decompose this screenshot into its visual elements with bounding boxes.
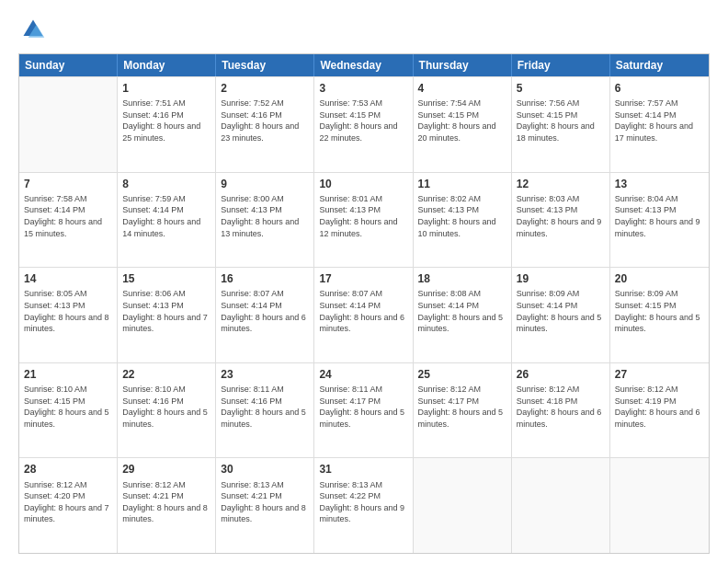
day-cell-11: 11Sunrise: 8:02 AMSunset: 4:13 PMDayligh… <box>414 173 512 268</box>
day-cell-18: 18Sunrise: 8:08 AMSunset: 4:14 PMDayligh… <box>414 268 512 362</box>
header-day-wednesday: Wednesday <box>314 54 413 76</box>
day-cell-31: 31Sunrise: 8:13 AMSunset: 4:22 PMDayligh… <box>314 458 413 553</box>
day-number: 13 <box>615 177 704 191</box>
cell-info: Sunrise: 8:09 AMSunset: 4:14 PMDaylight:… <box>517 288 605 334</box>
calendar-row-1: 1Sunrise: 7:51 AMSunset: 4:16 PMDaylight… <box>19 76 709 172</box>
day-cell-17: 17Sunrise: 8:07 AMSunset: 4:14 PMDayligh… <box>314 268 413 362</box>
empty-cell <box>19 77 118 172</box>
day-number: 25 <box>418 367 506 382</box>
day-number: 5 <box>517 81 605 96</box>
header-day-monday: Monday <box>118 54 216 76</box>
cell-info: Sunrise: 7:56 AMSunset: 4:15 PMDaylight:… <box>517 98 605 144</box>
day-cell-22: 22Sunrise: 8:10 AMSunset: 4:16 PMDayligh… <box>118 363 216 458</box>
cell-info: Sunrise: 7:58 AMSunset: 4:14 PMDaylight:… <box>24 193 112 239</box>
day-cell-27: 27Sunrise: 8:12 AMSunset: 4:19 PMDayligh… <box>610 363 709 458</box>
header-day-tuesday: Tuesday <box>216 54 314 76</box>
header-day-friday: Friday <box>512 54 610 76</box>
cell-info: Sunrise: 8:11 AMSunset: 4:16 PMDaylight:… <box>221 384 309 430</box>
cell-info: Sunrise: 8:12 AMSunset: 4:21 PMDaylight:… <box>122 479 210 525</box>
day-number: 9 <box>221 177 309 191</box>
cell-info: Sunrise: 8:07 AMSunset: 4:14 PMDaylight:… <box>319 288 407 334</box>
header <box>18 17 710 46</box>
day-cell-6: 6Sunrise: 7:57 AMSunset: 4:14 PMDaylight… <box>610 77 709 172</box>
header-day-sunday: Sunday <box>19 54 118 76</box>
logo <box>18 17 50 46</box>
day-number: 11 <box>418 177 506 191</box>
day-cell-29: 29Sunrise: 8:12 AMSunset: 4:21 PMDayligh… <box>118 458 216 553</box>
empty-cell <box>512 458 610 553</box>
day-number: 4 <box>418 81 506 96</box>
day-cell-14: 14Sunrise: 8:05 AMSunset: 4:13 PMDayligh… <box>19 268 118 362</box>
day-number: 24 <box>319 367 407 382</box>
day-number: 20 <box>615 271 704 286</box>
day-cell-5: 5Sunrise: 7:56 AMSunset: 4:15 PMDaylight… <box>512 77 610 172</box>
day-cell-15: 15Sunrise: 8:06 AMSunset: 4:13 PMDayligh… <box>118 268 216 362</box>
day-number: 28 <box>24 462 112 477</box>
day-number: 16 <box>221 271 309 286</box>
cell-info: Sunrise: 8:00 AMSunset: 4:13 PMDaylight:… <box>221 193 309 239</box>
day-cell-12: 12Sunrise: 8:03 AMSunset: 4:13 PMDayligh… <box>512 173 610 268</box>
day-number: 19 <box>517 271 605 286</box>
day-number: 22 <box>122 367 210 382</box>
cell-info: Sunrise: 7:54 AMSunset: 4:15 PMDaylight:… <box>418 98 506 144</box>
cell-info: Sunrise: 8:10 AMSunset: 4:16 PMDaylight:… <box>122 384 210 430</box>
cell-info: Sunrise: 8:05 AMSunset: 4:13 PMDaylight:… <box>24 288 112 334</box>
day-cell-16: 16Sunrise: 8:07 AMSunset: 4:14 PMDayligh… <box>216 268 314 362</box>
day-number: 17 <box>319 271 407 286</box>
day-cell-21: 21Sunrise: 8:10 AMSunset: 4:15 PMDayligh… <box>19 363 118 458</box>
day-number: 3 <box>319 81 407 96</box>
day-number: 30 <box>221 462 309 477</box>
cell-info: Sunrise: 8:04 AMSunset: 4:13 PMDaylight:… <box>615 193 704 239</box>
cell-info: Sunrise: 8:06 AMSunset: 4:13 PMDaylight:… <box>122 288 210 334</box>
day-cell-10: 10Sunrise: 8:01 AMSunset: 4:13 PMDayligh… <box>314 173 413 268</box>
calendar-header: SundayMondayTuesdayWednesdayThursdayFrid… <box>19 54 709 76</box>
cell-info: Sunrise: 7:59 AMSunset: 4:14 PMDaylight:… <box>122 193 210 239</box>
day-number: 29 <box>122 462 210 477</box>
day-cell-8: 8Sunrise: 7:59 AMSunset: 4:14 PMDaylight… <box>118 173 216 268</box>
header-day-saturday: Saturday <box>610 54 709 76</box>
day-cell-30: 30Sunrise: 8:13 AMSunset: 4:21 PMDayligh… <box>216 458 314 553</box>
cell-info: Sunrise: 8:03 AMSunset: 4:13 PMDaylight:… <box>517 193 605 239</box>
day-number: 2 <box>221 81 309 96</box>
cell-info: Sunrise: 8:02 AMSunset: 4:13 PMDaylight:… <box>418 193 506 239</box>
cell-info: Sunrise: 8:12 AMSunset: 4:20 PMDaylight:… <box>24 479 112 525</box>
day-number: 21 <box>24 367 112 382</box>
day-number: 6 <box>615 81 704 96</box>
day-cell-28: 28Sunrise: 8:12 AMSunset: 4:20 PMDayligh… <box>19 458 118 553</box>
day-cell-3: 3Sunrise: 7:53 AMSunset: 4:15 PMDaylight… <box>314 77 413 172</box>
empty-cell <box>610 458 709 553</box>
day-cell-4: 4Sunrise: 7:54 AMSunset: 4:15 PMDaylight… <box>414 77 512 172</box>
cell-info: Sunrise: 8:07 AMSunset: 4:14 PMDaylight:… <box>221 288 309 334</box>
day-number: 14 <box>24 271 112 286</box>
day-number: 26 <box>517 367 605 382</box>
cell-info: Sunrise: 8:12 AMSunset: 4:18 PMDaylight:… <box>517 384 605 430</box>
cell-info: Sunrise: 8:13 AMSunset: 4:22 PMDaylight:… <box>319 479 407 525</box>
day-cell-13: 13Sunrise: 8:04 AMSunset: 4:13 PMDayligh… <box>610 173 709 268</box>
header-day-thursday: Thursday <box>414 54 512 76</box>
cell-info: Sunrise: 8:11 AMSunset: 4:17 PMDaylight:… <box>319 384 407 430</box>
day-number: 27 <box>615 367 704 382</box>
cell-info: Sunrise: 8:13 AMSunset: 4:21 PMDaylight:… <box>221 479 309 525</box>
cell-info: Sunrise: 7:57 AMSunset: 4:14 PMDaylight:… <box>615 98 704 144</box>
day-cell-9: 9Sunrise: 8:00 AMSunset: 4:13 PMDaylight… <box>216 173 314 268</box>
day-cell-19: 19Sunrise: 8:09 AMSunset: 4:14 PMDayligh… <box>512 268 610 362</box>
day-number: 15 <box>122 271 210 286</box>
page: SundayMondayTuesdayWednesdayThursdayFrid… <box>0 0 728 563</box>
day-cell-1: 1Sunrise: 7:51 AMSunset: 4:16 PMDaylight… <box>118 77 216 172</box>
day-number: 7 <box>24 177 112 191</box>
day-number: 12 <box>517 177 605 191</box>
cell-info: Sunrise: 7:53 AMSunset: 4:15 PMDaylight:… <box>319 98 407 144</box>
cell-info: Sunrise: 7:52 AMSunset: 4:16 PMDaylight:… <box>221 98 309 144</box>
day-cell-7: 7Sunrise: 7:58 AMSunset: 4:14 PMDaylight… <box>19 173 118 268</box>
logo-icon <box>20 17 46 42</box>
day-cell-26: 26Sunrise: 8:12 AMSunset: 4:18 PMDayligh… <box>512 363 610 458</box>
day-number: 1 <box>122 81 210 96</box>
cell-info: Sunrise: 8:09 AMSunset: 4:15 PMDaylight:… <box>615 288 704 334</box>
calendar: SundayMondayTuesdayWednesdayThursdayFrid… <box>18 53 710 554</box>
day-number: 31 <box>319 462 407 477</box>
empty-cell <box>414 458 512 553</box>
cell-info: Sunrise: 8:12 AMSunset: 4:19 PMDaylight:… <box>615 384 704 430</box>
calendar-row-5: 28Sunrise: 8:12 AMSunset: 4:20 PMDayligh… <box>19 457 709 553</box>
day-cell-25: 25Sunrise: 8:12 AMSunset: 4:17 PMDayligh… <box>414 363 512 458</box>
day-cell-23: 23Sunrise: 8:11 AMSunset: 4:16 PMDayligh… <box>216 363 314 458</box>
